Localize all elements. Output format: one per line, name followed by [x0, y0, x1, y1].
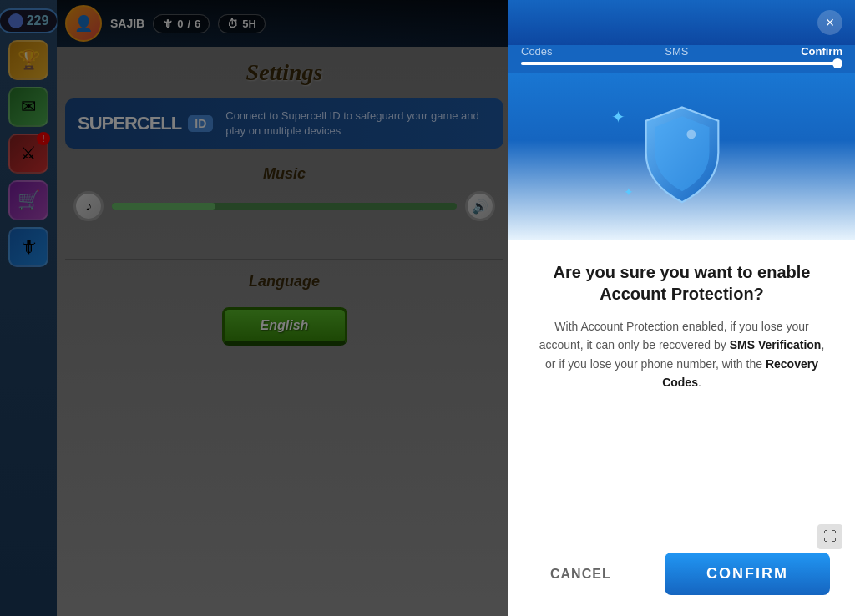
fullscreen-icon[interactable]: ⛶ [817, 524, 842, 549]
shield-icon-container: ✦ ✦ [628, 103, 736, 211]
modal-description: With Account Protection enabled, if you … [534, 317, 830, 392]
progress-fill [521, 62, 842, 65]
verification-modal: × Codes SMS Confirm ✦ ✦ [508, 0, 855, 616]
step-confirm: Confirm [801, 45, 842, 58]
modal-body: Are you sure you want to enable Account … [508, 240, 855, 616]
progress-steps: Codes SMS Confirm [521, 45, 842, 58]
confirm-button[interactable]: CONFIRM [665, 553, 830, 595]
sparkle-icon-2: ✦ [624, 185, 634, 199]
progress-track [521, 62, 842, 65]
progress-dot [832, 58, 842, 68]
sparkle-icon-1: ✦ [611, 107, 625, 127]
modal-question: Are you sure you want to enable Account … [534, 261, 830, 305]
step-sms: SMS [665, 45, 688, 58]
shield-icon [628, 103, 736, 211]
sms-verification-bold: SMS Verification [730, 338, 822, 351]
modal-actions: CANCEL CONFIRM [534, 536, 830, 595]
step-codes: Codes [521, 45, 553, 58]
svg-point-0 [686, 130, 696, 139]
modal-hero: ✦ ✦ [508, 73, 855, 240]
cancel-button[interactable]: CANCEL [534, 558, 628, 590]
modal-header: × [508, 0, 855, 45]
progress-bar-container: Codes SMS Confirm [508, 45, 855, 73]
recovery-codes-bold: Recovery Codes [662, 357, 818, 389]
modal-close-button[interactable]: × [817, 10, 842, 35]
